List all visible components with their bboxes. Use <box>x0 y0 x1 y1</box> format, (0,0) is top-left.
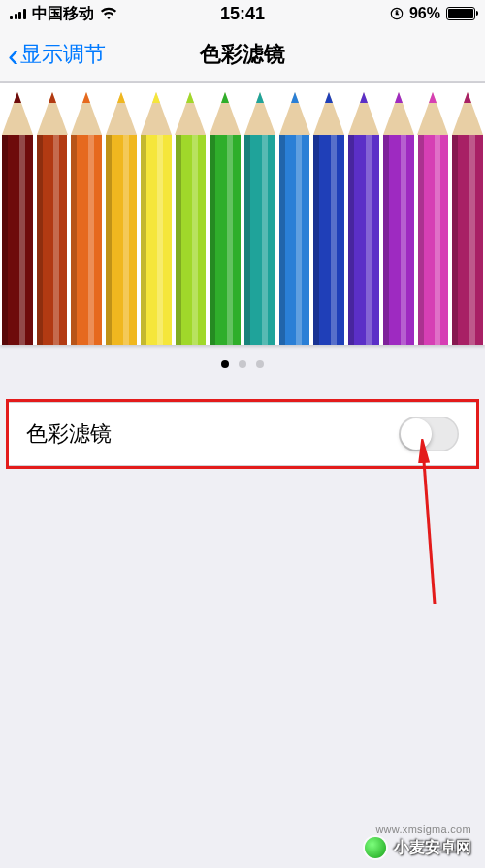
page-indicator[interactable] <box>0 345 485 385</box>
status-bar: 中国移动 15:41 96% <box>0 0 485 27</box>
pencil <box>450 83 485 345</box>
row-label: 色彩滤镜 <box>26 419 112 449</box>
status-left: 中国移动 <box>10 4 117 24</box>
pencils-preview <box>0 83 485 345</box>
watermark-url: www.xmsigma.com <box>375 823 471 835</box>
pencil <box>277 83 312 345</box>
status-right: 96% <box>390 5 475 22</box>
pencil <box>104 83 139 345</box>
watermark-logo-icon <box>365 837 386 858</box>
pencil <box>346 83 381 345</box>
signal-icon <box>10 8 26 19</box>
pencil <box>0 83 35 345</box>
pencil <box>416 83 451 345</box>
watermark-text: 小麦安卓网 <box>394 838 471 858</box>
pencil <box>174 83 209 345</box>
pencil <box>208 83 242 345</box>
pencil <box>35 83 70 345</box>
back-label: 显示调节 <box>20 40 106 69</box>
battery-icon <box>446 7 475 20</box>
battery-fill <box>448 9 473 18</box>
settings-section: 色彩滤镜 <box>0 399 485 469</box>
screen: 中国移动 15:41 96% ‹ 显示调节 色彩滤镜 色彩滤镜 <box>0 0 485 868</box>
clock: 15:41 <box>220 4 265 24</box>
pencil <box>242 83 277 345</box>
svg-line-2 <box>423 449 435 604</box>
page-dot[interactable] <box>239 360 246 368</box>
page-dot[interactable] <box>256 360 264 368</box>
battery-pct: 96% <box>409 5 440 22</box>
pencil <box>381 83 416 345</box>
back-button[interactable]: ‹ 显示调节 <box>8 38 106 71</box>
toggle-wrap <box>399 417 459 451</box>
pencil <box>139 83 174 345</box>
nav-bar: ‹ 显示调节 色彩滤镜 <box>0 27 485 82</box>
carrier-label: 中国移动 <box>32 4 94 24</box>
page-dot[interactable] <box>221 360 229 368</box>
switch-knob <box>401 418 432 450</box>
chevron-left-icon: ‹ <box>8 38 20 71</box>
page-title: 色彩滤镜 <box>200 40 285 69</box>
tutorial-highlight: 色彩滤镜 <box>6 399 479 469</box>
pencil <box>311 83 346 345</box>
wifi-icon <box>100 7 117 20</box>
preview-carousel[interactable] <box>0 82 485 345</box>
watermark: 小麦安卓网 <box>365 837 471 858</box>
rotation-lock-icon <box>390 7 404 20</box>
color-filter-row[interactable]: 色彩滤镜 <box>9 402 476 466</box>
pencil <box>69 83 104 345</box>
color-filter-switch[interactable] <box>399 417 459 451</box>
svg-rect-1 <box>396 12 399 15</box>
